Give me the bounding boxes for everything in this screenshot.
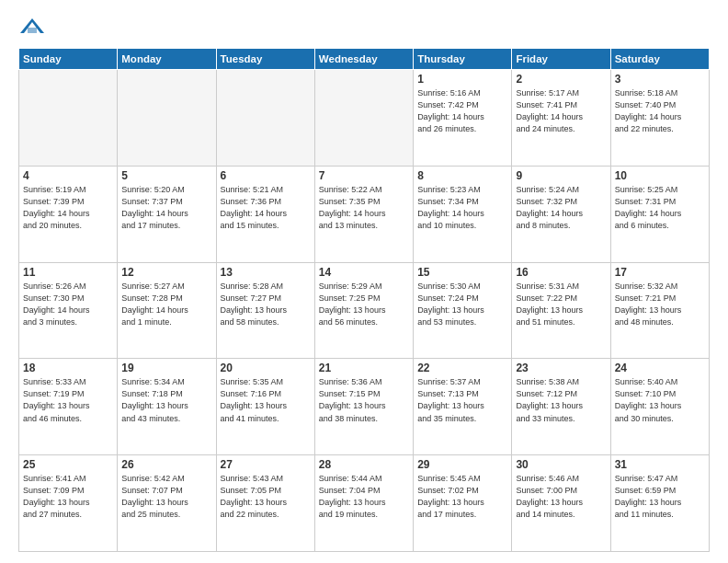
header-cell-wednesday: Wednesday [314, 49, 413, 70]
day-cell [19, 70, 118, 167]
day-cell: 25Sunrise: 5:41 AM Sunset: 7:09 PM Dayli… [19, 455, 118, 552]
day-cell: 31Sunrise: 5:47 AM Sunset: 6:59 PM Dayli… [610, 455, 709, 552]
day-cell: 12Sunrise: 5:27 AM Sunset: 7:28 PM Dayli… [118, 262, 216, 359]
day-info: Sunrise: 5:37 AM Sunset: 7:13 PM Dayligh… [417, 376, 507, 424]
calendar-header-row: SundayMondayTuesdayWednesdayThursdayFrid… [19, 49, 710, 70]
day-cell: 10Sunrise: 5:25 AM Sunset: 7:31 PM Dayli… [610, 166, 709, 262]
day-cell: 15Sunrise: 5:30 AM Sunset: 7:24 PM Dayli… [414, 262, 512, 359]
day-cell: 26Sunrise: 5:42 AM Sunset: 7:07 PM Dayli… [118, 455, 216, 552]
day-number: 13 [221, 266, 311, 279]
week-row-4: 18Sunrise: 5:33 AM Sunset: 7:19 PM Dayli… [19, 359, 710, 455]
day-number: 16 [516, 266, 606, 279]
day-info: Sunrise: 5:44 AM Sunset: 7:04 PM Dayligh… [319, 473, 409, 521]
day-info: Sunrise: 5:40 AM Sunset: 7:10 PM Dayligh… [615, 376, 705, 424]
day-cell: 29Sunrise: 5:45 AM Sunset: 7:02 PM Dayli… [414, 455, 512, 552]
week-row-3: 11Sunrise: 5:26 AM Sunset: 7:30 PM Dayli… [19, 262, 710, 359]
day-cell: 18Sunrise: 5:33 AM Sunset: 7:19 PM Dayli… [19, 359, 118, 455]
week-row-2: 4Sunrise: 5:19 AM Sunset: 7:39 PM Daylig… [19, 166, 710, 262]
day-info: Sunrise: 5:47 AM Sunset: 6:59 PM Dayligh… [615, 473, 705, 521]
day-info: Sunrise: 5:30 AM Sunset: 7:24 PM Dayligh… [417, 281, 507, 328]
day-cell: 27Sunrise: 5:43 AM Sunset: 7:05 PM Dayli… [216, 455, 314, 552]
header-cell-thursday: Thursday [414, 49, 512, 70]
day-cell: 21Sunrise: 5:36 AM Sunset: 7:15 PM Dayli… [314, 359, 413, 455]
day-cell: 19Sunrise: 5:34 AM Sunset: 7:18 PM Dayli… [118, 359, 216, 455]
day-info: Sunrise: 5:18 AM Sunset: 7:40 PM Dayligh… [615, 87, 705, 135]
calendar-table: SundayMondayTuesdayWednesdayThursdayFrid… [18, 48, 710, 552]
day-cell: 4Sunrise: 5:19 AM Sunset: 7:39 PM Daylig… [19, 166, 118, 262]
day-number: 27 [221, 458, 311, 471]
header-cell-tuesday: Tuesday [216, 49, 314, 70]
week-row-1: 1Sunrise: 5:16 AM Sunset: 7:42 PM Daylig… [19, 70, 710, 167]
page: SundayMondayTuesdayWednesdayThursdayFrid… [0, 0, 728, 563]
day-cell: 8Sunrise: 5:23 AM Sunset: 7:34 PM Daylig… [414, 166, 512, 262]
day-cell: 24Sunrise: 5:40 AM Sunset: 7:10 PM Dayli… [610, 359, 709, 455]
day-number: 8 [417, 169, 507, 182]
day-info: Sunrise: 5:36 AM Sunset: 7:15 PM Dayligh… [319, 376, 409, 424]
calendar-body: 1Sunrise: 5:16 AM Sunset: 7:42 PM Daylig… [19, 70, 710, 552]
day-cell [216, 70, 314, 167]
day-number: 24 [615, 362, 705, 374]
day-info: Sunrise: 5:41 AM Sunset: 7:09 PM Dayligh… [23, 473, 113, 521]
day-info: Sunrise: 5:21 AM Sunset: 7:36 PM Dayligh… [221, 184, 311, 232]
day-info: Sunrise: 5:32 AM Sunset: 7:21 PM Dayligh… [615, 281, 705, 328]
day-number: 28 [319, 458, 409, 471]
day-number: 21 [319, 362, 409, 374]
header-cell-saturday: Saturday [610, 49, 709, 70]
day-cell: 16Sunrise: 5:31 AM Sunset: 7:22 PM Dayli… [512, 262, 610, 359]
logo [18, 17, 46, 39]
day-cell: 14Sunrise: 5:29 AM Sunset: 7:25 PM Dayli… [314, 262, 413, 359]
day-number: 29 [417, 458, 507, 471]
day-number: 31 [615, 458, 705, 471]
day-info: Sunrise: 5:20 AM Sunset: 7:37 PM Dayligh… [121, 184, 211, 232]
header-cell-monday: Monday [118, 49, 216, 70]
day-number: 17 [615, 266, 705, 279]
day-number: 19 [121, 362, 211, 374]
day-number: 4 [23, 169, 113, 182]
day-number: 22 [417, 362, 507, 374]
day-cell: 3Sunrise: 5:18 AM Sunset: 7:40 PM Daylig… [610, 70, 709, 167]
day-info: Sunrise: 5:19 AM Sunset: 7:39 PM Dayligh… [23, 184, 113, 232]
day-number: 9 [516, 169, 606, 182]
day-info: Sunrise: 5:33 AM Sunset: 7:19 PM Dayligh… [23, 376, 113, 424]
day-number: 18 [23, 362, 113, 374]
day-number: 7 [319, 169, 409, 182]
day-number: 25 [23, 458, 113, 471]
day-number: 1 [417, 73, 507, 86]
day-info: Sunrise: 5:22 AM Sunset: 7:35 PM Dayligh… [319, 184, 409, 232]
day-number: 14 [319, 266, 409, 279]
day-info: Sunrise: 5:26 AM Sunset: 7:30 PM Dayligh… [23, 281, 113, 328]
day-cell: 1Sunrise: 5:16 AM Sunset: 7:42 PM Daylig… [414, 70, 512, 167]
day-number: 11 [23, 266, 113, 279]
header [18, 17, 710, 39]
day-info: Sunrise: 5:23 AM Sunset: 7:34 PM Dayligh… [417, 184, 507, 232]
day-info: Sunrise: 5:46 AM Sunset: 7:00 PM Dayligh… [516, 473, 606, 521]
day-cell: 9Sunrise: 5:24 AM Sunset: 7:32 PM Daylig… [512, 166, 610, 262]
day-info: Sunrise: 5:28 AM Sunset: 7:27 PM Dayligh… [221, 281, 311, 328]
svg-marker-2 [28, 28, 37, 33]
day-number: 6 [221, 169, 311, 182]
day-cell: 22Sunrise: 5:37 AM Sunset: 7:13 PM Dayli… [414, 359, 512, 455]
day-info: Sunrise: 5:29 AM Sunset: 7:25 PM Dayligh… [319, 281, 409, 328]
day-info: Sunrise: 5:38 AM Sunset: 7:12 PM Dayligh… [516, 376, 606, 424]
day-cell: 6Sunrise: 5:21 AM Sunset: 7:36 PM Daylig… [216, 166, 314, 262]
day-cell: 23Sunrise: 5:38 AM Sunset: 7:12 PM Dayli… [512, 359, 610, 455]
day-cell: 30Sunrise: 5:46 AM Sunset: 7:00 PM Dayli… [512, 455, 610, 552]
day-cell: 7Sunrise: 5:22 AM Sunset: 7:35 PM Daylig… [314, 166, 413, 262]
day-number: 23 [516, 362, 606, 374]
logo-icon [18, 17, 46, 39]
day-cell: 13Sunrise: 5:28 AM Sunset: 7:27 PM Dayli… [216, 262, 314, 359]
day-info: Sunrise: 5:45 AM Sunset: 7:02 PM Dayligh… [417, 473, 507, 521]
day-info: Sunrise: 5:27 AM Sunset: 7:28 PM Dayligh… [121, 281, 211, 328]
day-info: Sunrise: 5:43 AM Sunset: 7:05 PM Dayligh… [221, 473, 311, 521]
day-number: 12 [121, 266, 211, 279]
day-cell: 5Sunrise: 5:20 AM Sunset: 7:37 PM Daylig… [118, 166, 216, 262]
day-info: Sunrise: 5:25 AM Sunset: 7:31 PM Dayligh… [615, 184, 705, 232]
day-number: 15 [417, 266, 507, 279]
day-cell: 17Sunrise: 5:32 AM Sunset: 7:21 PM Dayli… [610, 262, 709, 359]
day-number: 30 [516, 458, 606, 471]
day-number: 20 [221, 362, 311, 374]
day-info: Sunrise: 5:42 AM Sunset: 7:07 PM Dayligh… [121, 473, 211, 521]
day-number: 5 [121, 169, 211, 182]
day-cell [314, 70, 413, 167]
day-number: 10 [615, 169, 705, 182]
